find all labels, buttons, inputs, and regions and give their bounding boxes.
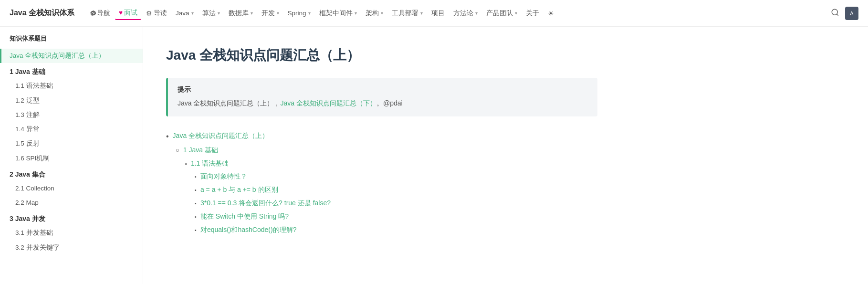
toc-link-switch[interactable]: 能在 Switch 中使用 String 吗? [200,211,289,222]
list-item: 面向对象特性？ [166,171,597,182]
nav-item-product[interactable]: 产品团队 ▾ [482,7,521,20]
chevron-icon-dev: ▾ [277,11,279,16]
nav-items: ⚙ ⚙导航 ♥ 面试 ⚙ 导读 Java ▾ 算法 ▾ 数据库 ▾ 开发 ▾ S… [86,7,827,20]
nav-item-java[interactable]: Java ▾ [172,8,198,19]
toc-link-op[interactable]: a = a + b 与 a += b 的区别 [200,184,278,196]
list-item: 能在 Switch 中使用 String 吗? [166,211,597,222]
nav-item-about[interactable]: 关于 [522,7,543,20]
bullet-square-icon [185,158,188,169]
sidebar-item-exception[interactable]: 1.4 异常 [0,122,143,137]
sidebar-item-annotation[interactable]: 1.3 注解 [0,108,143,122]
toc-link-java-basic[interactable]: 1 Java 基础 [183,145,218,156]
sidebar-item-generics[interactable]: 1.2 泛型 [0,94,143,108]
search-button[interactable] [829,6,841,21]
layout: 知识体系题目 Java 全栈知识点问题汇总（上） 1 Java 基础 1.1 语… [0,27,868,284]
toc-l2: 1 Java 基础 [166,145,597,156]
toc-sublist-l1: 1 Java 基础 1.1 语法基础 [166,145,597,236]
gear-icon-guide: ⚙ [146,10,152,17]
nav-item-guiding[interactable]: ⚙ ⚙导航 [86,7,114,20]
svg-point-0 [832,9,837,15]
sidebar-item-concurrent-keyword[interactable]: 3.2 并发关键字 [0,241,143,255]
sidebar-item-map[interactable]: 2.2 Map [0,196,143,210]
toc-l1: Java 全栈知识点问题汇总（上） [166,130,597,143]
sidebar-item-reflection[interactable]: 1.5 反射 [0,137,143,151]
chevron-icon-middleware: ▾ [355,11,357,16]
tip-link[interactable]: Java 全栈知识点问题汇总（下） [280,99,376,107]
list-item: a = a + b 与 a += b 的区别 [166,184,597,196]
topnav: Java 全栈知识体系 ⚙ ⚙导航 ♥ 面试 ⚙ 导读 Java ▾ 算法 ▾ … [0,0,868,27]
toc-l3-syntax: 1.1 语法基础 [166,158,597,169]
chevron-icon-db: ▾ [251,11,253,16]
nav-item-db[interactable]: 数据库 ▾ [225,7,257,20]
svg-line-1 [837,14,838,15]
chevron-icon-method: ▾ [475,11,478,16]
chevron-icon-algo: ▾ [218,11,220,16]
bullet-circle-icon [176,145,180,156]
chevron-icon-tools: ▾ [420,11,423,16]
nav-item-project[interactable]: 项目 [428,7,449,20]
chevron-icon-spring: ▾ [308,11,311,16]
tip-content: Java 全栈知识点问题汇总（上），Java 全栈知识点问题汇总（下）。@pda… [178,98,588,108]
sidebar-section-collection[interactable]: 2 Java 集合 [0,166,143,181]
chevron-icon-arch: ▾ [381,11,383,16]
nav-item-dev[interactable]: 开发 ▾ [258,7,283,20]
bullet-disc-icon [166,130,170,143]
sidebar-item-syntax[interactable]: 1.1 语法基础 [0,79,143,93]
sidebar-section-concurrent[interactable]: 3 Java 并发 [0,210,143,226]
list-item: 3*0.1 == 0.3 将会返回什么? true 还是 false? [166,198,597,209]
nav-item-algorithm[interactable]: 算法 ▾ [199,7,224,20]
nav-item-arch[interactable]: 架构 ▾ [362,7,387,20]
toc-l4-op: a = a + b 与 a += b 的区别 [166,184,597,196]
nav-right: A [829,6,858,21]
nav-item-guide[interactable]: ⚙ 导读 [142,7,171,20]
tip-box: 提示 Java 全栈知识点问题汇总（上），Java 全栈知识点问题汇总（下）。@… [166,78,597,116]
chevron-icon-java: ▾ [191,11,194,16]
sidebar-item-collection[interactable]: 2.1 Collection [0,181,143,196]
tip-title: 提示 [178,85,588,94]
heart-icon: ♥ [119,9,123,16]
list-item: 1 Java 基础 1.1 语法基础 [166,145,597,236]
list-item: Java 全栈知识点问题汇总（上） 1 Java 基础 1.1 语法 [166,130,597,236]
toc-l4-float: 3*0.1 == 0.3 将会返回什么? true 还是 false? [166,198,597,209]
main-content: Java 全栈知识点问题汇总（上） 提示 Java 全栈知识点问题汇总（上），J… [143,27,620,284]
toc-list: Java 全栈知识点问题汇总（上） 1 Java 基础 1.1 语法 [166,130,597,236]
bullet-square-icon-float [195,198,198,209]
sidebar-item-spi[interactable]: 1.6 SPI机制 [0,151,143,166]
nav-item-theme[interactable]: ☀ [544,8,558,19]
bullet-square-icon-oop [195,171,198,182]
toc-sublist-l3: 面向对象特性？ a = a + b 与 a += b 的区别 [166,171,597,235]
toc-link-syntax[interactable]: 1.1 语法基础 [191,158,229,169]
nav-item-middleware[interactable]: 框架中间件 ▾ [315,7,361,20]
toc-link-oop[interactable]: 面向对象特性？ [200,171,247,182]
avatar[interactable]: A [845,7,858,20]
toc-link-root[interactable]: Java 全栈知识点问题汇总（上） [173,130,269,142]
sidebar-title: 知识体系题目 [0,34,143,49]
list-item: 1.1 语法基础 面向对象特性？ [166,158,597,236]
toc-link-float[interactable]: 3*0.1 == 0.3 将会返回什么? true 还是 false? [200,198,331,209]
toc-link-equals[interactable]: 对equals()和hashCode()的理解? [200,224,297,236]
nav-item-methodology[interactable]: 方法论 ▾ [450,7,481,20]
sidebar: 知识体系题目 Java 全栈知识点问题汇总（上） 1 Java 基础 1.1 语… [0,27,143,284]
nav-item-tools[interactable]: 工具部署 ▾ [388,7,427,20]
brand[interactable]: Java 全栈知识体系 [10,8,74,18]
sidebar-section-java-basic[interactable]: 1 Java 基础 [0,63,143,79]
bullet-square-icon-equals [195,224,198,236]
bullet-square-icon-switch [195,211,198,222]
chevron-icon-product: ▾ [515,11,517,16]
sidebar-item-active[interactable]: Java 全栈知识点问题汇总（上） [0,49,143,63]
toc-l4-equals: 对equals()和hashCode()的理解? [166,224,597,236]
toc-l4-switch: 能在 Switch 中使用 String 吗? [166,211,597,222]
bullet-square-icon-op [195,184,198,196]
page-title: Java 全栈知识点问题汇总（上） [166,46,597,64]
toc-l4-oop: 面向对象特性？ [166,171,597,182]
list-item: 对equals()和hashCode()的理解? [166,224,597,236]
sidebar-item-concurrent-basic[interactable]: 3.1 并发基础 [0,226,143,240]
toc-sublist-l2: 1.1 语法基础 面向对象特性？ [166,158,597,236]
nav-item-spring[interactable]: Spring ▾ [284,8,314,19]
nav-item-interview[interactable]: ♥ 面试 [115,7,141,20]
